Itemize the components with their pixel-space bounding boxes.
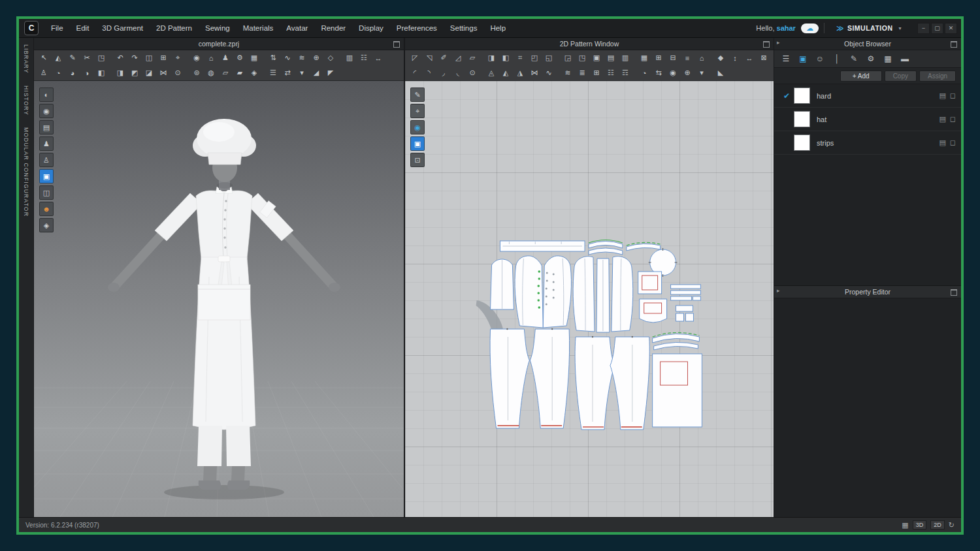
toolbar-icon[interactable]: ▰ — [234, 67, 246, 79]
box-icon[interactable]: ◻ — [950, 138, 956, 147]
pattern-tool-icon[interactable]: ✎ — [410, 87, 425, 102]
toolbar-icon[interactable]: ◮ — [514, 67, 526, 79]
toolbar-icon[interactable]: ⚙ — [234, 52, 246, 64]
toolbar-icon[interactable]: ⊕ — [681, 67, 693, 79]
toolbar-icon[interactable]: ◞ — [438, 67, 449, 79]
toolbar-icon[interactable]: ◔ — [638, 67, 650, 79]
toolbar-icon[interactable]: ⌖ — [172, 52, 184, 64]
display-toggle-icon[interactable]: ☻ — [39, 202, 54, 216]
toolbar-icon[interactable]: ◟ — [452, 67, 464, 79]
display-toggle-icon[interactable]: ▤ — [39, 120, 54, 134]
toolbar-icon[interactable]: ▾ — [296, 67, 308, 79]
pattern-pieces[interactable] — [476, 240, 702, 430]
object-browser-tab-icon[interactable]: │ — [830, 52, 843, 65]
toolbar-icon[interactable]: ∿ — [282, 52, 293, 64]
toolbar-icon[interactable]: ◣ — [715, 67, 727, 79]
viewport-2d[interactable]: ✎⌖◉▣⊡ — [405, 81, 774, 517]
toolbar-icon[interactable]: ◕ — [67, 67, 78, 79]
toolbar-icon[interactable]: ◪ — [143, 67, 155, 79]
fabric-icon[interactable]: ▤ — [939, 138, 945, 147]
toolbar-icon[interactable]: ◧ — [500, 52, 512, 64]
menu-item[interactable]: Sewing — [199, 22, 236, 35]
username[interactable]: sahar — [777, 24, 796, 32]
display-toggle-icon[interactable]: ◐ — [39, 87, 54, 102]
toolbar-icon[interactable]: ✂ — [81, 52, 93, 64]
color-swatch[interactable] — [794, 134, 810, 151]
toolbar-icon[interactable]: ≡ — [681, 52, 693, 64]
toolbar-icon[interactable]: ◳ — [576, 52, 588, 64]
toolbar-icon[interactable]: ☷ — [605, 67, 617, 79]
toolbar-icon[interactable]: ⊙ — [466, 67, 478, 79]
display-toggle-icon[interactable]: ◈ — [39, 218, 54, 232]
toolbar-icon[interactable]: ≣ — [576, 67, 588, 79]
copy-button[interactable]: Copy — [885, 71, 917, 82]
app-logo-icon[interactable]: C — [24, 21, 39, 35]
assign-button[interactable]: Assign — [919, 71, 956, 82]
toolbar-icon[interactable]: ◩ — [129, 67, 140, 79]
object-browser-tab-icon[interactable]: ☰ — [779, 52, 792, 65]
popout-icon[interactable] — [393, 41, 400, 48]
popout-icon[interactable] — [763, 41, 770, 48]
toolbar-icon[interactable]: ⇄ — [282, 67, 293, 79]
toolbar-icon[interactable]: ▤ — [605, 52, 617, 64]
toolbar-icon[interactable]: ⇆ — [653, 67, 664, 79]
toolbar-icon[interactable]: ◢ — [310, 67, 322, 79]
object-browser-tab-icon[interactable]: ☺ — [813, 52, 826, 65]
object-list-item[interactable]: hat ▤ ◻ — [774, 108, 961, 131]
toolbar-icon[interactable]: ⊞ — [591, 67, 602, 79]
toolbar-icon[interactable]: ◨ — [485, 52, 497, 64]
popout-icon[interactable] — [951, 289, 957, 296]
toolbar-icon[interactable]: ◍ — [205, 67, 217, 79]
toolbar-icon[interactable]: ☰ — [267, 67, 279, 79]
toolbar-icon[interactable]: ⋈ — [529, 67, 540, 79]
panel-arrow-icon[interactable]: ▸ — [777, 39, 780, 46]
grid-view-icon[interactable]: ▦ — [902, 521, 908, 529]
toolbar-icon[interactable]: ⊠ — [758, 52, 770, 64]
menu-item[interactable]: Avatar — [280, 22, 314, 35]
maximize-button[interactable]: ▢ — [931, 23, 943, 34]
object-list-item[interactable]: ✔ hard ▤ ◻ — [774, 84, 961, 108]
toolbar-icon[interactable]: ▾ — [696, 67, 708, 79]
toolbar-icon[interactable]: ◆ — [715, 52, 727, 64]
simulation-button[interactable]: ≫ SIMULATION ▾ — [830, 24, 908, 33]
toolbar-icon[interactable]: ↔ — [372, 52, 384, 64]
menu-item[interactable]: File — [45, 22, 69, 35]
display-toggle-icon[interactable]: ◫ — [39, 185, 54, 200]
toolbar-icon[interactable]: ⊞ — [157, 52, 169, 64]
toolbar-icon[interactable]: ✐ — [438, 52, 449, 64]
pattern-tool-icon[interactable]: ⌖ — [410, 104, 425, 118]
fabric-icon[interactable]: ▤ — [939, 115, 945, 123]
toolbar-icon[interactable]: ◜ — [409, 67, 421, 79]
toolbar-icon[interactable]: ◸ — [409, 52, 421, 64]
toolbar-icon[interactable]: ◿ — [452, 52, 464, 64]
menu-item[interactable]: 3D Garment — [96, 22, 149, 35]
toolbar-icon[interactable]: ⌂ — [696, 52, 708, 64]
toolbar-icon[interactable]: ◬ — [485, 67, 497, 79]
close-button[interactable]: ✕ — [945, 23, 957, 34]
pattern-tool-icon[interactable]: ⊡ — [410, 153, 425, 167]
avatar-3d-scene[interactable] — [34, 81, 404, 517]
toolbar-icon[interactable]: ◰ — [529, 52, 540, 64]
toolbar-icon[interactable]: ↔ — [743, 52, 755, 64]
toolbar-icon[interactable]: ☷ — [358, 52, 370, 64]
display-toggle-icon[interactable]: ◉ — [39, 104, 54, 118]
toolbar-icon[interactable]: ◔ — [52, 67, 64, 79]
toolbar-icon[interactable]: ◱ — [543, 52, 555, 64]
toolbar-icon[interactable]: ⊕ — [310, 52, 322, 64]
toolbar-icon[interactable]: ↶ — [114, 52, 126, 64]
object-browser-tab-icon[interactable]: ▬ — [898, 52, 911, 65]
toolbar-icon[interactable]: ◨ — [114, 67, 126, 79]
toolbar-icon[interactable]: ◉ — [191, 52, 203, 64]
toolbar-icon[interactable]: ◤ — [325, 67, 336, 79]
menu-item[interactable]: Render — [315, 22, 351, 35]
object-browser-tab-icon[interactable]: ▣ — [796, 52, 809, 65]
toolbar-icon[interactable]: ◉ — [667, 67, 679, 79]
toolbar-icon[interactable]: ▱ — [220, 67, 231, 79]
toolbar-icon[interactable]: ◑ — [81, 67, 93, 79]
sidebar-tab-modular-configurator[interactable]: MODULAR CONFIGURATOR — [23, 127, 29, 217]
toolbar-icon[interactable]: ▦ — [638, 52, 650, 64]
popout-icon[interactable] — [951, 41, 957, 48]
toolbar-icon[interactable]: ⊚ — [191, 67, 203, 79]
toolbar-icon[interactable]: ◭ — [52, 52, 64, 64]
display-toggle-icon[interactable]: ♟ — [39, 136, 54, 151]
